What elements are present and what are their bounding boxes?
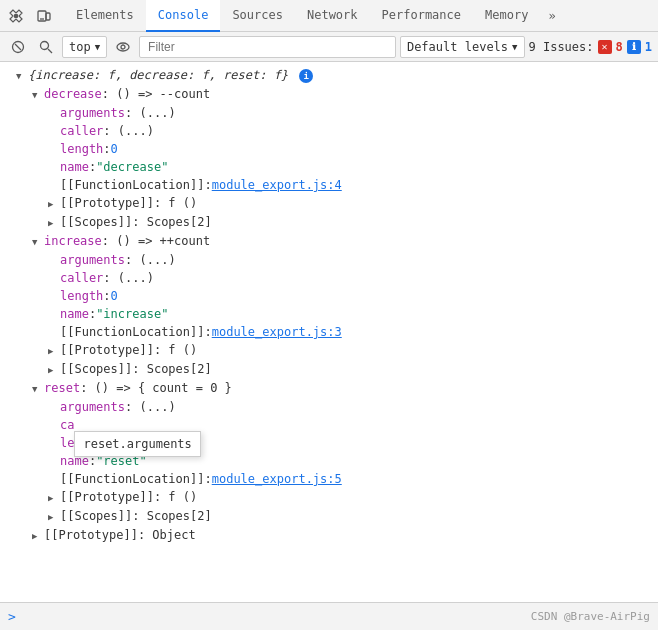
info-issue-icon: ℹ (627, 40, 641, 54)
decrease-caller: caller : (...) (0, 122, 658, 140)
clear-console-icon[interactable] (6, 35, 30, 59)
svg-rect-0 (14, 14, 18, 18)
reset-name: name : "reset" (0, 452, 658, 470)
increase-length: length : 0 (0, 287, 658, 305)
decrease-scopes-toggle[interactable] (48, 214, 58, 231)
increase-scopes-toggle[interactable] (48, 361, 58, 378)
root-object-line[interactable]: {increase: f, decrease: f, reset: f} i (0, 66, 658, 85)
inspect-icon[interactable] (4, 4, 28, 28)
svg-point-6 (41, 41, 49, 49)
devtools-icons (4, 4, 64, 28)
reset-arguments: arguments : (...) (0, 398, 658, 416)
reset-location: [[FunctionLocation]]: module_export.js:5 (0, 470, 658, 488)
chevron-down-icon: ▼ (512, 42, 517, 52)
error-icon: ✕ (598, 40, 612, 54)
reset-prototype[interactable]: [[Prototype]]: f () (0, 488, 658, 507)
reset-length: length : 0 (0, 434, 658, 452)
reset-link[interactable]: module_export.js:5 (212, 471, 342, 487)
filter-input[interactable] (139, 36, 396, 58)
decrease-length: length : 0 (0, 140, 658, 158)
reset-scopes-toggle[interactable] (48, 508, 58, 525)
reset-scopes[interactable]: [[Scopes]]: Scopes[2] (0, 507, 658, 526)
eye-icon[interactable] (111, 35, 135, 59)
log-levels-select[interactable]: Default levels ▼ (400, 36, 525, 58)
svg-line-7 (48, 49, 52, 53)
increase-header[interactable]: increase : () => ++count (0, 232, 658, 251)
svg-point-9 (121, 45, 125, 49)
increase-location: [[FunctionLocation]]: module_export.js:3 (0, 323, 658, 341)
decrease-scopes[interactable]: [[Scopes]]: Scopes[2] (0, 213, 658, 232)
reset-caller: ca reset.arguments (0, 416, 658, 434)
decrease-header[interactable]: decrease : () => --count (0, 85, 658, 104)
tab-sources[interactable]: Sources (220, 0, 295, 32)
svg-point-8 (117, 43, 129, 51)
tab-more[interactable]: » (540, 3, 563, 29)
increase-caller: caller : (...) (0, 269, 658, 287)
increase-prototype[interactable]: [[Prototype]]: f () (0, 341, 658, 360)
root-toggle[interactable] (16, 67, 26, 84)
watermark: CSDN @Brave-AirPig (531, 610, 650, 623)
decrease-toggle[interactable] (32, 86, 42, 103)
chevron-down-icon: ▼ (95, 42, 100, 52)
increase-proto-toggle[interactable] (48, 342, 58, 359)
root-prototype[interactable]: [[Prototype]]: Object (0, 526, 658, 545)
reset-toggle[interactable] (32, 380, 42, 397)
tab-console[interactable]: Console (146, 0, 221, 32)
bottom-bar: > CSDN @Brave-AirPig (0, 602, 658, 630)
decrease-name: name : "decrease" (0, 158, 658, 176)
decrease-link[interactable]: module_export.js:4 (212, 177, 342, 193)
increase-arguments: arguments : (...) (0, 251, 658, 269)
increase-scopes[interactable]: [[Scopes]]: Scopes[2] (0, 360, 658, 379)
svg-line-5 (15, 44, 21, 50)
decrease-proto-toggle[interactable] (48, 195, 58, 212)
root-proto-toggle[interactable] (32, 527, 42, 544)
console-output: {increase: f, decrease: f, reset: f} i d… (0, 62, 658, 602)
reset-proto-toggle[interactable] (48, 489, 58, 506)
decrease-arguments: arguments : (...) (0, 104, 658, 122)
decrease-location: [[FunctionLocation]]: module_export.js:4 (0, 176, 658, 194)
decrease-prototype[interactable]: [[Prototype]]: f () (0, 194, 658, 213)
device-icon[interactable] (32, 4, 56, 28)
context-select[interactable]: top ▼ (62, 36, 107, 58)
tab-memory[interactable]: Memory (473, 0, 540, 32)
console-toolbar: top ▼ Default levels ▼ 9 Issues: ✕ 8 ℹ 1 (0, 32, 658, 62)
increase-name: name : "increase" (0, 305, 658, 323)
reset-header[interactable]: reset : () => { count = 0 } (0, 379, 658, 398)
filter-icon[interactable] (34, 35, 58, 59)
increase-link[interactable]: module_export.js:3 (212, 324, 342, 340)
tab-network[interactable]: Network (295, 0, 370, 32)
svg-rect-2 (46, 13, 50, 20)
tab-performance[interactable]: Performance (370, 0, 473, 32)
increase-toggle[interactable] (32, 233, 42, 250)
tab-bar: Elements Console Sources Network Perform… (0, 0, 658, 32)
console-prompt[interactable]: > (8, 609, 16, 624)
issues-badge[interactable]: 9 Issues: ✕ 8 ℹ 1 (529, 40, 653, 54)
info-icon[interactable]: i (299, 69, 313, 83)
tab-elements[interactable]: Elements (64, 0, 146, 32)
